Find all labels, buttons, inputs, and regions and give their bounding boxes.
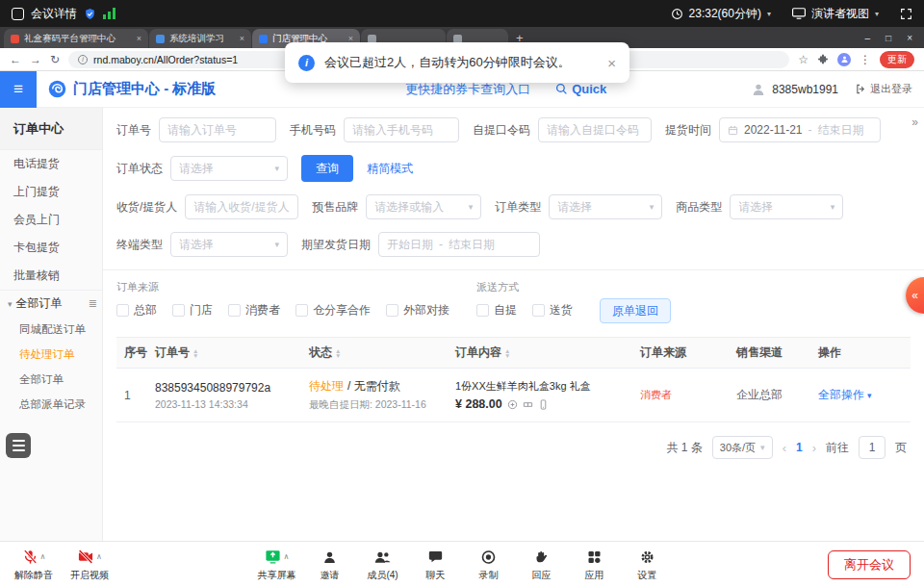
receiver-input[interactable] (185, 194, 298, 219)
close-icon[interactable]: × (607, 55, 616, 71)
chevron-up-icon[interactable]: ∧ (96, 552, 102, 561)
presale-brand-select[interactable]: 请选择或输入 ▾ (366, 194, 481, 219)
order-type-label: 订单类型 (495, 199, 541, 216)
checkbox-hq[interactable]: 总部 (116, 302, 157, 319)
checkbox-icon[interactable] (228, 304, 241, 317)
chevron-up-icon[interactable]: ∧ (284, 552, 290, 561)
coupon-query-link[interactable]: 更快捷的券卡查询入口 (405, 81, 530, 98)
page-size-select[interactable]: 30条/页 ▾ (712, 436, 773, 459)
next-page-icon[interactable]: › (812, 441, 816, 455)
tab-favicon (259, 35, 268, 43)
original-order-return-button[interactable]: 原单退回 (600, 298, 671, 323)
sidebar-item-hq-dispatch-log[interactable]: 总部派单记录 (0, 392, 102, 417)
checkbox-external[interactable]: 外部对接 (386, 302, 449, 319)
checkbox-icon[interactable] (476, 304, 489, 317)
extensions-icon[interactable] (817, 54, 829, 65)
bookmark-star-icon[interactable]: ☆ (798, 53, 808, 66)
pickup-code-input[interactable] (538, 117, 652, 142)
order-no-input[interactable] (159, 117, 276, 142)
pickup-time-range-picker[interactable]: 2022-11-21 - 结束日期 (719, 117, 881, 142)
refresh-icon[interactable]: ↻ (50, 53, 60, 66)
goto-page-input[interactable] (859, 436, 886, 459)
browser-tab[interactable]: 礼盒赛码平台管理中心 × (4, 29, 148, 48)
members-button[interactable]: 成员(4) (359, 548, 407, 582)
expected-ship-date-range-picker[interactable]: 开始日期 - 结束日期 (378, 232, 540, 257)
close-tab-icon[interactable]: × (240, 34, 244, 43)
browser-menu-kebab-icon[interactable]: ⋮ (860, 53, 871, 66)
invite-button[interactable]: 邀请 (306, 548, 354, 582)
all-actions-dropdown[interactable]: 全部操作 ▾ (818, 387, 911, 403)
sidebar-item-phone-pickup[interactable]: 电话提货 (0, 150, 102, 178)
order-id: 83859345088979792a (155, 381, 309, 395)
logout-button[interactable]: 退出登录 (856, 82, 912, 96)
sidebar-item-city-delivery[interactable]: 同城配送订单 (0, 317, 102, 342)
window-close-icon[interactable]: × (907, 33, 912, 43)
shield-check-icon[interactable] (84, 8, 96, 20)
forward-icon[interactable]: → (30, 53, 41, 66)
meeting-timer[interactable]: 23:32(60分钟) (689, 6, 761, 22)
checkbox-consumer[interactable]: 消费者 (228, 302, 280, 319)
sidebar-item-door-pickup[interactable]: 上门提货 (0, 178, 102, 206)
network-signal-icon[interactable] (103, 8, 116, 19)
checkbox-icon[interactable] (295, 304, 308, 317)
close-tab-icon[interactable]: × (137, 34, 141, 43)
browser-update-button[interactable]: 更新 (880, 51, 914, 68)
quick-search[interactable]: Quick (555, 82, 606, 96)
chevron-up-icon[interactable]: ∧ (40, 552, 46, 561)
simple-mode-link[interactable]: 精简模式 (367, 161, 413, 177)
quick-label: Quick (572, 82, 606, 96)
site-info-icon[interactable]: i (78, 55, 88, 64)
view-mode-label[interactable]: 演讲者视图 (811, 6, 869, 22)
unmute-button[interactable]: ∧ 解除静音 (10, 548, 58, 582)
checkbox-warehouse-share[interactable]: 仓分享合作 (295, 302, 371, 319)
terminal-type-select[interactable]: 请选择 ▾ (170, 232, 288, 257)
leave-meeting-button[interactable]: 离开会议 (828, 550, 911, 579)
floating-list-widget[interactable] (6, 433, 31, 458)
checkbox-store[interactable]: 门店 (172, 302, 213, 319)
view-mode-caret-icon[interactable]: ▾ (875, 10, 879, 18)
sidebar-item-card-pickup[interactable]: 卡包提货 (0, 234, 102, 262)
calendar-icon (728, 125, 738, 136)
window-maximize-icon[interactable]: □ (886, 33, 891, 43)
browser-profile-avatar[interactable] (837, 53, 851, 66)
fullscreen-icon[interactable] (900, 8, 912, 20)
window-minimize-icon[interactable]: – (865, 33, 871, 43)
chat-button[interactable]: 聊天 (412, 548, 460, 582)
apps-button[interactable]: 应用 (571, 548, 619, 582)
reaction-button[interactable]: 回应 (518, 548, 566, 582)
checkbox-delivery[interactable]: 送货 (532, 302, 573, 319)
checkbox-icon[interactable] (116, 304, 129, 317)
browser-tab[interactable]: 系统培训学习 × (149, 29, 251, 48)
goods-type-select[interactable]: 请选择 ▾ (730, 194, 843, 219)
order-status-select[interactable]: 请选择 ▾ (170, 156, 288, 181)
checkbox-icon[interactable] (386, 304, 398, 317)
meeting-title[interactable]: 会议详情 (31, 6, 77, 22)
sidebar-item-all-orders[interactable]: 全部订单 (0, 367, 102, 392)
settings-button[interactable]: 设置 (624, 548, 672, 582)
phone-input[interactable] (344, 117, 459, 142)
share-screen-button[interactable]: ∧ 共享屏幕 (253, 548, 301, 582)
sort-icon[interactable]: ▲▼ (192, 348, 198, 358)
collapse-filters-icon[interactable]: » (911, 115, 918, 129)
sidebar-item-pending-orders[interactable]: 待处理订单 (0, 342, 102, 367)
sort-icon[interactable]: ▲▼ (504, 348, 510, 358)
page-number[interactable]: 1 (796, 441, 803, 454)
menu-toggle-button[interactable]: ≡ (0, 71, 37, 108)
back-icon[interactable]: ← (10, 53, 21, 66)
record-button[interactable]: 录制 (465, 548, 513, 582)
sidebar-group-all-orders[interactable]: ▾ 全部订单 ≣ (0, 290, 102, 317)
sidebar-item-batch-verify[interactable]: 批量核销 (0, 262, 102, 290)
checkbox-self-pickup[interactable]: 自提 (476, 302, 517, 319)
sidebar-pin-icon[interactable]: ≣ (89, 297, 97, 310)
checkbox-icon[interactable] (172, 304, 185, 317)
start-video-button[interactable]: ∧ 开启视频 (65, 548, 114, 582)
prev-page-icon[interactable]: ‹ (783, 441, 786, 455)
timer-caret-icon[interactable]: ▾ (767, 10, 771, 18)
order-type-select[interactable]: 请选择 ▾ (549, 194, 662, 219)
sort-icon[interactable]: ▲▼ (335, 348, 341, 358)
search-button[interactable]: 查询 (301, 155, 353, 182)
sidebar-item-member-visit[interactable]: 会员上门 (0, 206, 102, 234)
gear-icon (640, 549, 655, 565)
user-info[interactable]: 8385wb1991 (751, 82, 838, 97)
checkbox-icon[interactable] (532, 304, 545, 317)
